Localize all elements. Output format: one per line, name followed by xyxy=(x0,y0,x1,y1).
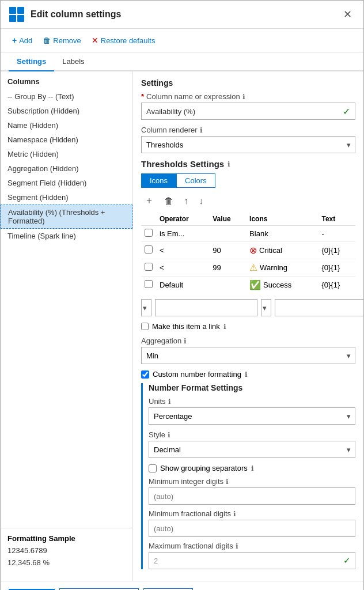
list-item[interactable]: -- Group By -- (Text) xyxy=(1,89,132,104)
svg-rect-1 xyxy=(17,7,24,14)
list-item[interactable]: Segment Field (Hidden) xyxy=(1,176,132,190)
tab-labels[interactable]: Labels xyxy=(54,52,92,71)
row-value: 90 xyxy=(209,242,246,259)
dialog-title: Edit column settings xyxy=(31,9,334,20)
grouping-row: Show grouping separators ℹ xyxy=(149,464,355,472)
row-operator: Default xyxy=(156,277,209,294)
min-integer-wrapper xyxy=(149,487,355,505)
formatting-sample-title: Formatting Sample xyxy=(7,534,126,543)
grouping-info[interactable]: ℹ xyxy=(251,464,254,472)
restore-button[interactable]: ✕ Restore defaults xyxy=(88,33,159,47)
row-op-dropdown[interactable] xyxy=(141,299,151,316)
column-name-label: * Column name or expression ℹ xyxy=(141,92,355,101)
warning-label: Warning xyxy=(260,263,287,272)
remove-button[interactable]: 🗑 Remove xyxy=(39,33,84,47)
max-fraction-input[interactable] xyxy=(149,552,355,569)
list-item-selected[interactable]: Availability (%) (Thresholds + Formatted… xyxy=(1,205,132,229)
row-text: {0}{1} xyxy=(318,259,355,277)
column-name-input[interactable]: Availability (%) ✓ xyxy=(141,103,355,120)
aggregation-dropdown[interactable]: Min xyxy=(141,347,355,364)
min-integer-input[interactable] xyxy=(149,487,355,505)
dialog-icon xyxy=(9,6,25,22)
dialog: Edit column settings ✕ + Add 🗑 Remove ✕ … xyxy=(0,0,364,590)
units-dropdown-wrapper: Percentage xyxy=(149,407,355,425)
close-button[interactable]: ✕ xyxy=(340,7,355,22)
list-item[interactable]: Name (Hidden) xyxy=(1,118,132,133)
restore-icon: ✕ xyxy=(92,36,98,45)
row-text: - xyxy=(318,226,355,242)
th-icons: Icons xyxy=(246,213,318,226)
row-checkbox[interactable] xyxy=(145,263,153,271)
list-item[interactable]: Segment (Hidden) xyxy=(1,190,132,205)
style-dropdown[interactable]: Decimal xyxy=(149,441,355,458)
number-format-title: Number Format Settings xyxy=(149,383,355,392)
thresh-delete-button[interactable]: 🗑 xyxy=(161,194,177,208)
trash-icon: 🗑 xyxy=(43,36,51,45)
style-label: Style ℹ xyxy=(149,430,355,439)
columns-title: Columns xyxy=(1,77,132,89)
units-info[interactable]: ℹ xyxy=(168,398,171,406)
make-link-checkbox[interactable] xyxy=(141,323,149,330)
list-item[interactable]: Subscription (Hidden) xyxy=(1,104,132,118)
thresholds-info-icon[interactable]: ℹ xyxy=(227,160,230,168)
row-value-input[interactable] xyxy=(155,299,257,316)
list-item[interactable]: Aggregation (Hidden) xyxy=(1,161,132,176)
aggregation-dropdown-wrapper: Min xyxy=(141,347,355,364)
min-fraction-wrapper xyxy=(149,520,355,537)
min-fraction-label: Minimum fractional digits ℹ xyxy=(149,509,355,518)
custom-number-label: Custom number formatting xyxy=(153,370,241,379)
make-link-info[interactable]: ℹ xyxy=(223,323,226,331)
tab-settings[interactable]: Settings xyxy=(9,52,54,71)
units-dropdown[interactable]: Percentage xyxy=(149,407,355,425)
min-fraction-input[interactable] xyxy=(149,520,355,537)
row-icon: ⚠ Warning xyxy=(246,259,318,277)
grouping-checkbox[interactable] xyxy=(149,464,157,472)
max-fraction-info[interactable]: ℹ xyxy=(236,542,238,550)
make-link-row: Make this item a link ℹ xyxy=(141,322,355,331)
right-panel: Settings * Column name or expression ℹ A… xyxy=(133,71,363,581)
add-button[interactable]: + Add xyxy=(9,33,36,47)
row-op-dropdown-wrapper xyxy=(141,299,151,316)
grouping-label: Show grouping separators xyxy=(160,464,248,472)
thresh-add-button[interactable]: ＋ xyxy=(141,194,157,208)
list-item[interactable]: Namespace (Hidden) xyxy=(1,133,132,147)
add-label: Add xyxy=(19,36,32,45)
custom-number-info[interactable]: ℹ xyxy=(245,370,248,379)
row-checkbox[interactable] xyxy=(145,280,153,288)
icon-badge-critical: ⊗ Critical xyxy=(249,245,314,256)
icon-badge-warning: ⚠ Warning xyxy=(249,262,314,273)
thresh-down-button[interactable]: ↓ xyxy=(195,194,207,208)
aggregation-info[interactable]: ℹ xyxy=(184,337,187,345)
column-renderer-dropdown[interactable]: Thresholds xyxy=(141,136,355,153)
row-operator: is Em... xyxy=(156,226,209,242)
row-text-input[interactable] xyxy=(275,299,363,316)
row-icon-dropdown-wrapper xyxy=(261,299,271,316)
list-item[interactable]: Timeline (Spark line) xyxy=(1,229,132,243)
style-info[interactable]: ℹ xyxy=(168,431,170,439)
custom-number-row: Custom number formatting ℹ xyxy=(141,370,355,379)
custom-number-checkbox[interactable] xyxy=(141,370,149,379)
min-fraction-info[interactable]: ℹ xyxy=(233,510,236,518)
table-row: is Em... Blank - xyxy=(141,226,355,242)
row-text: {0}{1} xyxy=(318,277,355,294)
toggle-icons-button[interactable]: Icons xyxy=(141,173,176,188)
column-list: -- Group By -- (Text) Subscription (Hidd… xyxy=(1,89,132,528)
toggle-group: Icons Colors xyxy=(141,173,355,188)
row-value xyxy=(209,226,246,242)
column-name-info[interactable]: ℹ xyxy=(242,93,245,101)
column-renderer-info[interactable]: ℹ xyxy=(200,126,203,134)
min-integer-info[interactable]: ℹ xyxy=(226,478,229,486)
row-checkbox[interactable] xyxy=(145,229,153,237)
critical-label: Critical xyxy=(259,246,282,255)
warning-icon: ⚠ xyxy=(249,262,257,273)
toggle-colors-button[interactable]: Colors xyxy=(176,173,215,188)
row-checkbox[interactable] xyxy=(145,245,153,254)
formatting-value-2: 12,345.68 % xyxy=(7,557,126,569)
thresh-up-button[interactable]: ↑ xyxy=(180,194,192,208)
svg-rect-3 xyxy=(17,15,24,22)
row-icon-dropdown[interactable] xyxy=(261,299,271,316)
thresholds-settings-title: Thresholds Settings xyxy=(141,159,224,169)
row-value xyxy=(209,277,246,294)
success-icon: ✅ xyxy=(249,279,261,290)
list-item[interactable]: Metric (Hidden) xyxy=(1,147,132,161)
